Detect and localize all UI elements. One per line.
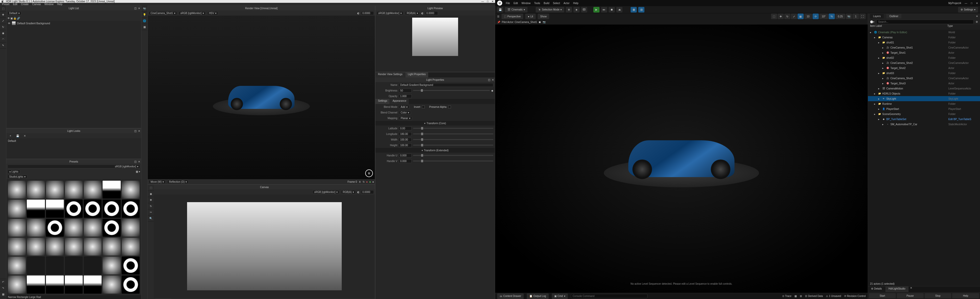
derived-data-button[interactable]: ☰ Derived Data — [805, 295, 823, 297]
eject-icon[interactable]: ⏏ — [616, 7, 622, 13]
cmd-drop[interactable]: ▣ Cmd ▾ — [552, 293, 568, 299]
save-icon[interactable]: 💾 — [497, 7, 503, 13]
looks-del-icon[interactable]: ✕ — [22, 133, 28, 139]
preset-thumb[interactable] — [27, 219, 45, 237]
ue-menu-window[interactable]: Window — [522, 2, 531, 5]
render-camera-icon[interactable]: 📷 — [142, 6, 148, 12]
ue-menu-tools[interactable]: Tools — [534, 2, 540, 5]
expand-icon[interactable]: ▸ — [882, 62, 885, 64]
outliner-settings-icon[interactable]: ⚙ — [976, 21, 978, 23]
expand-icon[interactable]: ▸ — [882, 123, 885, 126]
prop-name[interactable]: Default Gradient Background — [399, 83, 493, 87]
ue-menu-select[interactable]: Select — [553, 2, 560, 5]
close-icon[interactable]: ✕ — [492, 78, 494, 81]
details-close-icon[interactable]: ✕ — [910, 286, 912, 292]
outliner-row[interactable]: ▸👤PlayerStartPlayerStart — [868, 106, 980, 112]
outliner-row[interactable]: ▸🎯Target_Shot2Actor — [868, 66, 980, 70]
expand-icon[interactable]: ▸ — [882, 67, 885, 69]
expand-icon[interactable]: ▸ — [878, 118, 881, 121]
tab-outliner[interactable]: Outliner — [886, 14, 901, 18]
expand-icon[interactable]: ▸ — [874, 36, 877, 39]
preset-thumb[interactable] — [65, 275, 83, 293]
tool-scale-icon[interactable]: ⤢ — [0, 18, 6, 24]
lp-rgba-drop[interactable]: RGB(A) ▾ — [405, 11, 420, 15]
maximize-button[interactable]: □ — [487, 0, 488, 3]
preset-thumb[interactable] — [46, 200, 64, 217]
prop-width[interactable]: 100.00 — [399, 138, 412, 142]
preset-thumb[interactable] — [84, 238, 102, 256]
vp-menu-icon[interactable]: ☰ — [497, 15, 500, 18]
menu-help[interactable]: Help — [57, 3, 62, 6]
preset-thumb[interactable] — [46, 238, 64, 256]
menu-preset[interactable]: Preset — [2, 3, 10, 6]
platform2-icon[interactable]: ▧ — [638, 7, 644, 13]
preset-thumb[interactable] — [103, 200, 121, 217]
expand-icon[interactable]: ▸ — [874, 113, 877, 115]
tab-light-properties[interactable]: Light Properties — [405, 72, 428, 77]
skip-icon[interactable]: ⏭ — [601, 7, 607, 13]
gizmo-rotate-icon[interactable]: ↻ — [784, 14, 791, 19]
preset-thumb[interactable] — [65, 238, 83, 256]
lp-cs-drop[interactable]: sRGB [rgbMonitor] ▾ — [376, 11, 404, 15]
preset-thumb[interactable] — [65, 200, 83, 217]
preset-thumb[interactable] — [46, 257, 64, 275]
loop-icon[interactable]: ↻ — [363, 181, 365, 183]
camera-drop[interactable]: CineCamera_Shot1 ▾ — [149, 11, 177, 15]
outliner-row[interactable]: ▸🎯Target_Shot1Actor — [868, 50, 980, 55]
outliner-search[interactable] — [877, 20, 974, 24]
lit-drop[interactable]: ● Lit — [525, 14, 536, 19]
keyframe-icon[interactable]: ◆ — [491, 89, 493, 92]
close-icon[interactable]: ✕ — [138, 130, 140, 133]
play-button[interactable]: ▶ — [593, 7, 600, 13]
snap-angle-toggle[interactable]: ⟳ — [813, 14, 819, 19]
drop-mapping[interactable]: Planar ▾ — [399, 116, 412, 120]
link-icon[interactable]: 🔗 — [17, 17, 20, 20]
preset-thumb[interactable] — [84, 181, 102, 198]
outliner-row[interactable]: ▸▫SM_AutomotiveTP_CarStaticMeshActor — [868, 122, 980, 127]
ue-minimize-button[interactable]: — — [965, 2, 967, 5]
outliner-row[interactable]: ▸📁HDRLS ObjectsFolder — [868, 91, 980, 96]
expand-icon[interactable]: ▸ — [874, 92, 877, 95]
render-ortho-icon[interactable]: ▦ — [142, 24, 148, 30]
snap-grid-val[interactable]: 10 — [804, 14, 812, 19]
preset-thumb[interactable] — [27, 257, 45, 275]
pause-icon[interactable]: ⏸ — [359, 181, 361, 183]
tab-details[interactable]: ⚙ Details — [868, 286, 885, 292]
expand-icon[interactable]: ▸ — [878, 56, 881, 59]
expand-icon[interactable]: ▸ — [882, 82, 885, 85]
eye-icon[interactable]: 👁 — [7, 17, 10, 20]
menu-canvas[interactable]: Canvas — [32, 3, 41, 6]
prop-lat[interactable]: 0.00 — [399, 126, 412, 130]
minimize-button[interactable]: — — [481, 0, 484, 3]
tab-hdrlightstudio[interactable]: HdrLightStudio — [885, 286, 908, 292]
add-icon[interactable]: ⊕ — [566, 7, 572, 13]
preset-thumb[interactable] — [122, 238, 140, 256]
canvas-t3-icon[interactable]: ✥ — [148, 197, 154, 203]
preset-thumb[interactable] — [103, 275, 121, 293]
canvas-viewport[interactable] — [154, 195, 375, 298]
lightlist-default-drop[interactable]: Default ▾ — [7, 11, 21, 15]
expand-icon[interactable]: ▸ — [874, 102, 877, 105]
outliner-row[interactable]: ▸🎯Target_Shot3Actor — [868, 81, 980, 86]
preset-thumb[interactable] — [8, 200, 26, 217]
preset-thumb[interactable] — [8, 257, 26, 275]
render-viewport[interactable]: U — [148, 16, 375, 179]
prop-opacity[interactable]: 1.000 — [399, 94, 412, 98]
exposure-icon[interactable]: ◐ — [357, 12, 360, 14]
pause-button[interactable]: Pause — [897, 293, 924, 298]
render-light-icon[interactable]: 💡 — [142, 12, 148, 18]
canvas-cs-drop[interactable]: sRGB [rgbMonitor] ▾ — [312, 190, 339, 194]
outliner-row[interactable]: ▸📁RuntimeFolder — [868, 101, 980, 106]
gizmo-select-icon[interactable]: ⬚ — [771, 14, 777, 19]
outliner-row[interactable]: ▸◆BP_TurnTableSetEdit BP_TurnTableS — [868, 117, 980, 122]
hdr-transform-core[interactable]: ▾ Transform (Core) — [375, 121, 495, 125]
prop-brightness[interactable]: 50 — [399, 89, 412, 93]
prop-hu[interactable]: 0.000 — [399, 153, 412, 157]
help-button[interactable]: Help — [952, 293, 979, 298]
ue-menu-help[interactable]: Help — [573, 2, 579, 5]
stat2-icon[interactable]: ⊞ — [800, 295, 802, 297]
canvas-rgba-drop[interactable]: RGB(A) ▾ — [341, 190, 356, 194]
preset-thumb[interactable] — [65, 181, 83, 198]
stat1-icon[interactable]: ▦ — [794, 295, 797, 297]
dock-icon[interactable]: ◫ — [488, 78, 490, 81]
